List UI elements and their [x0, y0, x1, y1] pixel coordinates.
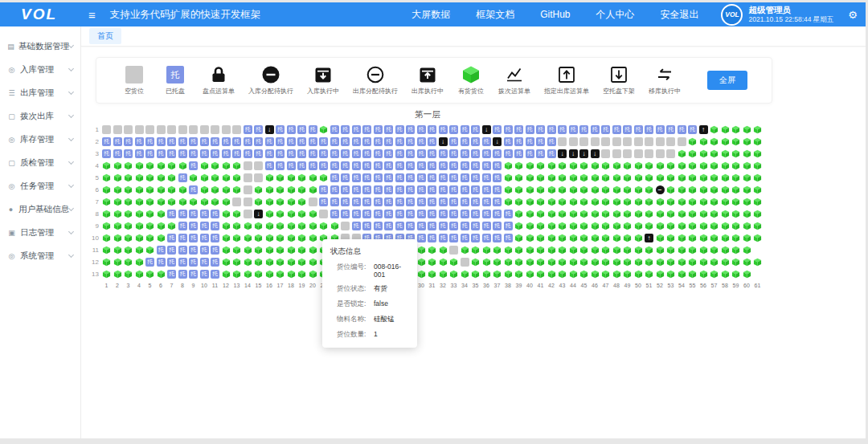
- slot-cell-occupied[interactable]: [232, 161, 241, 170]
- slot-cell-pallet[interactable]: 托: [504, 125, 513, 134]
- slot-cell-empty[interactable]: [678, 137, 686, 146]
- slot-cell-empty[interactable]: [178, 125, 187, 134]
- slot-cell-pallet[interactable]: 托: [601, 125, 610, 134]
- slot-cell-pallet[interactable]: 托: [330, 210, 339, 218]
- slot-cell-occupied[interactable]: [211, 185, 219, 194]
- slot-cell-pallet[interactable]: 托: [493, 185, 502, 194]
- slot-cell-pallet[interactable]: 托: [514, 125, 523, 134]
- slot-cell-pallet[interactable]: 托: [406, 161, 415, 170]
- slot-cell-pallet[interactable]: 托: [362, 210, 371, 218]
- sidebar-item[interactable]: ▣日志管理: [0, 221, 80, 244]
- slot-cell-pallet[interactable]: 托: [341, 198, 350, 206]
- slot-cell-pallet[interactable]: 托: [189, 270, 198, 279]
- slot-cell-inbound-executing[interactable]: ↓: [569, 149, 578, 158]
- slot-cell-occupied[interactable]: [167, 173, 176, 182]
- slot-cell-pallet[interactable]: 托: [471, 210, 480, 218]
- slot-cell-occupied[interactable]: [688, 137, 697, 146]
- slot-cell-occupied[interactable]: [254, 270, 263, 279]
- slot-cell-pallet[interactable]: 托: [297, 125, 306, 134]
- slot-cell-occupied[interactable]: [157, 185, 166, 194]
- slot-cell-pallet[interactable]: 托: [276, 137, 285, 146]
- slot-cell-occupied[interactable]: [731, 234, 740, 242]
- slot-cell-occupied[interactable]: [232, 173, 241, 182]
- slot-cell-occupied[interactable]: [569, 234, 578, 242]
- sidebar-item[interactable]: ☰出库管理: [0, 81, 80, 104]
- slot-cell-pallet[interactable]: 托: [395, 185, 404, 194]
- slot-cell-occupied[interactable]: [514, 210, 523, 218]
- slot-cell-occupied[interactable]: [113, 210, 122, 218]
- slot-cell-occupied[interactable]: [124, 246, 133, 255]
- slot-cell-inbound-executing[interactable]: ↓: [254, 210, 263, 218]
- slot-cell-occupied[interactable]: [753, 149, 762, 158]
- slot-cell-occupied[interactable]: [666, 210, 675, 218]
- slot-cell-pallet[interactable]: 托: [526, 149, 534, 158]
- slot-cell-empty[interactable]: [319, 210, 328, 218]
- slot-cell-occupied[interactable]: [721, 222, 730, 230]
- slot-cell-occupied[interactable]: [569, 198, 578, 206]
- slot-cell-occupied[interactable]: [634, 222, 643, 230]
- slot-cell-occupied[interactable]: [688, 210, 697, 218]
- slot-cell-pallet[interactable]: 托: [113, 137, 122, 146]
- slot-cell-occupied[interactable]: [189, 198, 198, 206]
- slot-cell-occupied[interactable]: [601, 161, 610, 170]
- slot-cell-occupied[interactable]: [731, 270, 740, 279]
- slot-cell-occupied[interactable]: [157, 161, 166, 170]
- slot-cell-inbound-executing[interactable]: ↓: [579, 149, 588, 158]
- slot-cell-pallet[interactable]: 托: [309, 149, 317, 158]
- slot-cell-occupied[interactable]: [710, 210, 719, 218]
- slot-cell-occupied[interactable]: [135, 246, 144, 255]
- slot-cell-occupied[interactable]: [135, 258, 144, 267]
- slot-cell-occupied[interactable]: [731, 198, 740, 206]
- slot-cell-pallet[interactable]: 托: [504, 222, 513, 230]
- slot-cell-pallet[interactable]: 托: [244, 125, 252, 134]
- slot-cell-occupied[interactable]: [699, 270, 708, 279]
- slot-cell-pallet[interactable]: 托: [406, 210, 415, 218]
- slot-cell-pallet[interactable]: 托: [471, 161, 480, 170]
- sidebar-item[interactable]: ◎系统管理: [0, 244, 80, 267]
- slot-cell-occupied[interactable]: [536, 222, 545, 230]
- nav-link[interactable]: GitHub: [540, 9, 570, 20]
- slot-cell-occupied[interactable]: [200, 185, 209, 194]
- slot-cell-occupied[interactable]: [558, 258, 567, 267]
- slot-cell-occupied[interactable]: [731, 258, 740, 267]
- slot-cell-pallet[interactable]: 托: [417, 125, 426, 134]
- slot-cell-occupied[interactable]: [678, 270, 686, 279]
- slot-cell-occupied[interactable]: [753, 258, 762, 267]
- slot-cell-occupied[interactable]: [688, 198, 697, 206]
- slot-cell-pallet[interactable]: 托: [688, 125, 697, 134]
- slot-cell-occupied[interactable]: [678, 210, 686, 218]
- slot-cell-pallet[interactable]: 托: [384, 125, 393, 134]
- slot-cell-occupied[interactable]: [678, 173, 686, 182]
- slot-cell-occupied[interactable]: [601, 258, 610, 267]
- slot-cell-pallet[interactable]: 托: [461, 173, 469, 182]
- slot-cell-empty[interactable]: [145, 125, 154, 134]
- slot-cell-occupied[interactable]: [244, 258, 252, 267]
- slot-cell-occupied[interactable]: [514, 258, 523, 267]
- slot-cell-pallet[interactable]: 托: [395, 173, 404, 182]
- slot-cell-pallet[interactable]: 托: [374, 185, 383, 194]
- slot-cell-pallet[interactable]: 托: [330, 149, 339, 158]
- slot-cell-occupied[interactable]: [265, 258, 274, 267]
- slot-cell-occupied[interactable]: [721, 161, 730, 170]
- settings-gear-icon[interactable]: ⚙: [848, 9, 858, 21]
- slot-cell-occupied[interactable]: [265, 270, 274, 279]
- slot-cell-occupied[interactable]: [753, 198, 762, 206]
- slot-cell-occupied[interactable]: [417, 258, 426, 267]
- slot-cell-occupied[interactable]: [309, 210, 317, 218]
- slot-cell-occupied[interactable]: [428, 270, 436, 279]
- slot-cell-occupied[interactable]: [145, 161, 154, 170]
- slot-cell-occupied[interactable]: [547, 246, 556, 255]
- slot-cell-pallet[interactable]: 托: [362, 149, 371, 158]
- slot-cell-pallet[interactable]: 托: [254, 125, 263, 134]
- slot-cell-occupied[interactable]: [124, 198, 133, 206]
- slot-cell-pallet[interactable]: 托: [406, 137, 415, 146]
- slot-cell-empty[interactable]: [244, 198, 252, 206]
- slot-cell-occupied[interactable]: [634, 198, 643, 206]
- slot-cell-pallet[interactable]: 托: [395, 161, 404, 170]
- slot-cell-occupied[interactable]: [569, 185, 578, 194]
- slot-cell-occupied[interactable]: [471, 258, 480, 267]
- slot-cell-occupied[interactable]: [504, 198, 513, 206]
- slot-cell-occupied[interactable]: [276, 258, 285, 267]
- slot-cell-occupied[interactable]: [504, 246, 513, 255]
- slot-cell-occupied[interactable]: [731, 246, 740, 255]
